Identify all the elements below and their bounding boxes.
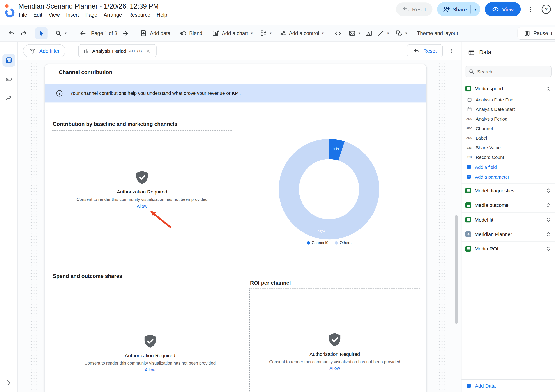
page-indicator[interactable]: Page 1 of 3 bbox=[89, 30, 119, 36]
add-control-button[interactable]: Add a control▾ bbox=[277, 27, 326, 39]
field-record-count[interactable]: 123Record Count bbox=[461, 152, 555, 162]
legend-item-others: Others bbox=[335, 241, 351, 245]
add-text-button[interactable] bbox=[363, 27, 375, 39]
source-meridian-planner[interactable]: Meridian Planner bbox=[461, 227, 555, 242]
menu-view[interactable]: View bbox=[45, 11, 63, 18]
allow-link[interactable]: Allow bbox=[145, 368, 155, 372]
field-label[interactable]: ABCLabel bbox=[461, 133, 555, 143]
sheet-icon bbox=[465, 217, 471, 223]
menu-insert[interactable]: Insert bbox=[63, 11, 82, 18]
auth-description: Consent to render this community visuali… bbox=[76, 197, 208, 202]
allow-link[interactable]: Allow bbox=[329, 366, 340, 371]
expand-icon[interactable] bbox=[545, 187, 552, 194]
auth-box-spend[interactable]: Authorization Required Consent to render… bbox=[52, 283, 248, 392]
redo-button[interactable] bbox=[18, 27, 30, 39]
expand-icon[interactable] bbox=[545, 216, 552, 223]
field-channel[interactable]: ABCChannel bbox=[461, 124, 555, 133]
auth-description: Consent to render this community visuali… bbox=[85, 361, 216, 366]
add-visualization-button[interactable]: ▾ bbox=[257, 27, 274, 39]
kebab-icon bbox=[448, 48, 455, 54]
source-media-roi[interactable]: Media ROI bbox=[461, 242, 555, 256]
theme-layout-button[interactable]: Theme and layout bbox=[414, 27, 460, 39]
add-control-label: Add a control bbox=[289, 30, 319, 36]
filter-bar-more-button[interactable] bbox=[448, 48, 455, 54]
add-chart-button[interactable]: Add a chart▾ bbox=[210, 27, 255, 39]
text-field-icon: ABC bbox=[466, 126, 472, 131]
analysis-period-chip[interactable]: Analysis Period ALL (1) bbox=[78, 44, 157, 57]
field-label: Share Value bbox=[476, 145, 501, 150]
donut-chart-svg: 5% 95% bbox=[276, 136, 382, 242]
pause-updates-button[interactable]: Pause u bbox=[518, 27, 555, 39]
field-share-value[interactable]: 123Share Value bbox=[461, 143, 555, 153]
add-shape-button[interactable]: ▾ bbox=[393, 27, 409, 39]
blend-button[interactable]: Blend bbox=[177, 27, 205, 39]
rail-report-button[interactable] bbox=[2, 54, 15, 67]
more-options-button[interactable] bbox=[525, 6, 536, 13]
legend-dot-others bbox=[335, 241, 338, 244]
add-line-button[interactable]: ▾ bbox=[375, 27, 391, 39]
source-media-spend[interactable]: Media spend bbox=[461, 81, 555, 95]
caret-down-icon: ▾ bbox=[251, 31, 253, 35]
rail-expand-button[interactable] bbox=[2, 376, 15, 389]
reset-label: Reset bbox=[412, 6, 426, 12]
info-banner: Your channel contributions help you unde… bbox=[45, 84, 426, 102]
annotation-arrow bbox=[144, 206, 176, 231]
page-next-button[interactable] bbox=[119, 27, 131, 39]
expand-icon[interactable] bbox=[545, 246, 552, 252]
chip-close-button[interactable] bbox=[145, 48, 152, 54]
rail-controls-button[interactable] bbox=[2, 73, 15, 86]
add-image-button[interactable]: ▾ bbox=[346, 27, 363, 39]
collapse-icon[interactable] bbox=[545, 85, 552, 92]
expand-icon[interactable] bbox=[545, 231, 552, 237]
plus-circle-icon bbox=[466, 383, 472, 389]
funnel-icon bbox=[29, 47, 36, 54]
expand-icon[interactable] bbox=[545, 202, 552, 208]
page-prev-button[interactable] bbox=[77, 27, 89, 39]
arrow-right-icon bbox=[122, 30, 129, 37]
caret-down-icon: ▾ bbox=[65, 31, 66, 35]
field-analysis-date-start[interactable]: Analysis Date Start bbox=[461, 104, 555, 114]
share-button[interactable]: Share bbox=[437, 2, 470, 16]
menu-edit[interactable]: Edit bbox=[30, 11, 45, 18]
shield-check-icon bbox=[144, 334, 156, 348]
document-title[interactable]: Meridian Scenario Planner - 1/20/26, 12:… bbox=[18, 2, 170, 10]
menu-resource[interactable]: Resource bbox=[125, 11, 153, 18]
auth-box-contribution[interactable]: Authorization Required Consent to render… bbox=[52, 130, 232, 252]
zoom-tool-button[interactable]: ▾ bbox=[52, 27, 69, 39]
add-field-button[interactable]: Add a field bbox=[461, 162, 555, 172]
menu-file[interactable]: File bbox=[15, 11, 30, 18]
canvas-scrollbar[interactable] bbox=[455, 215, 458, 324]
source-model-diagnostics[interactable]: Model diagnostics bbox=[461, 184, 555, 198]
source-media-outcome[interactable]: Media outcome bbox=[461, 198, 555, 213]
reset-button[interactable]: Reset bbox=[396, 2, 432, 16]
add-parameter-button[interactable]: Add a parameter bbox=[461, 172, 555, 182]
source-model-fit[interactable]: Model fit bbox=[461, 213, 555, 227]
redo-icon bbox=[20, 30, 27, 37]
line-icon bbox=[377, 30, 384, 37]
help-button[interactable]: ? bbox=[542, 5, 551, 14]
menu-help[interactable]: Help bbox=[153, 11, 170, 18]
add-control-icon bbox=[279, 30, 286, 37]
view-button[interactable]: View bbox=[485, 2, 521, 16]
add-chart-icon bbox=[212, 30, 219, 37]
search-input[interactable] bbox=[477, 69, 548, 74]
select-tool-button[interactable] bbox=[36, 27, 48, 39]
reset-filters-button[interactable]: Reset bbox=[407, 44, 443, 57]
auth-box-roi[interactable]: Authorization Required Consent to render… bbox=[249, 288, 420, 392]
field-analysis-date-end[interactable]: Analysis Date End bbox=[461, 95, 555, 104]
sheet-icon bbox=[465, 86, 471, 91]
donut-segment-others[interactable] bbox=[289, 149, 369, 229]
rail-explore-button[interactable] bbox=[2, 92, 15, 104]
eye-icon bbox=[492, 6, 499, 13]
field-analysis-period[interactable]: ABCAnalysis Period bbox=[461, 114, 555, 124]
add-data-button[interactable]: Add data bbox=[138, 27, 173, 39]
calendar-icon bbox=[466, 106, 472, 112]
menu-page[interactable]: Page bbox=[82, 11, 101, 18]
donut-chart[interactable]: 5% 95% Channel0 Others bbox=[276, 136, 382, 245]
add-filter-button[interactable]: Add filter bbox=[23, 44, 66, 57]
menu-arrange[interactable]: Arrange bbox=[101, 11, 125, 18]
add-data-button-bottom[interactable]: Add Data bbox=[461, 379, 555, 392]
undo-button[interactable] bbox=[6, 27, 18, 39]
embed-code-button[interactable] bbox=[332, 27, 344, 39]
share-dropdown-button[interactable]: ▾ bbox=[471, 2, 480, 16]
